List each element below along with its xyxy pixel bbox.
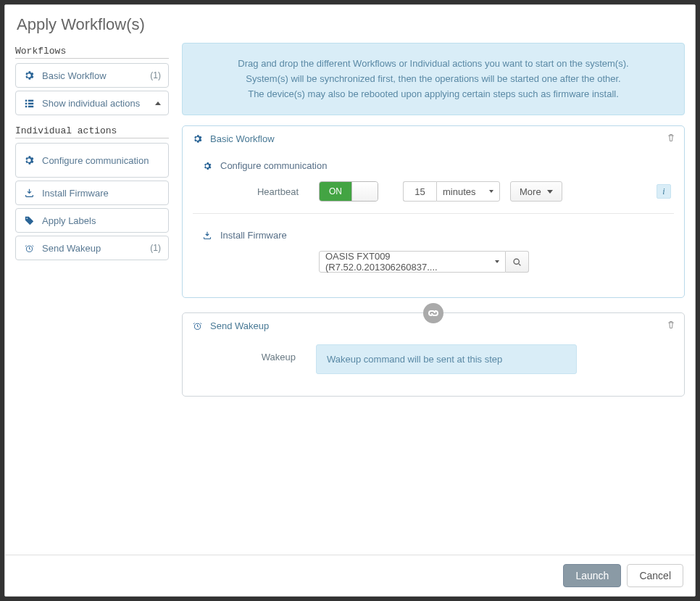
apply-workflows-dialog: Apply Workflow(s) Workflows Basic Workfl… <box>4 4 696 597</box>
card-title: Send Wakeup <box>210 320 269 331</box>
sidebar-item-label: Install Firmware <box>42 188 161 199</box>
wakeup-note: Wakeup command will be sent at this step <box>316 344 577 374</box>
main-panel: Drag and drop the different Workflows or… <box>175 43 689 555</box>
send-wakeup-card: Send Wakeup Wakeup Wakeup command will b… <box>182 312 685 397</box>
chevron-down-icon <box>495 260 499 263</box>
svg-rect-4 <box>25 105 26 107</box>
interval-group: minutes <box>403 181 500 202</box>
gear-icon <box>193 134 203 144</box>
workflows-list: Basic Workflow (1) Show individual actio… <box>15 63 169 115</box>
wakeup-row: Wakeup Wakeup command will be sent at th… <box>193 340 674 383</box>
sidebar: Workflows Basic Workflow (1) Show indivi… <box>5 43 175 555</box>
chevron-down-icon <box>489 190 493 193</box>
heartbeat-label: Heartbeat <box>196 186 319 197</box>
install-firmware-item[interactable]: Install Firmware <box>15 181 169 205</box>
list-icon <box>23 97 35 109</box>
basic-workflow-item[interactable]: Basic Workflow (1) <box>15 63 169 88</box>
card-body: Configure communication Heartbeat ON <box>183 149 684 297</box>
wakeup-label: Wakeup <box>193 344 316 362</box>
sidebar-item-count: (1) <box>150 243 161 253</box>
firmware-selected-label: OASIS FXT009 (R7.52.0.201306260837.... <box>325 251 495 273</box>
alarm-icon <box>23 242 35 254</box>
download-icon <box>203 231 213 241</box>
dialog-body: Workflows Basic Workflow (1) Show indivi… <box>5 43 695 555</box>
launch-button[interactable]: Launch <box>563 564 621 587</box>
send-wakeup-item[interactable]: Send Wakeup (1) <box>15 236 169 260</box>
gear-icon <box>23 154 35 166</box>
step-header: Install Firmware <box>196 230 671 241</box>
individual-actions-list: Configure communication Install Firmware… <box>15 143 169 260</box>
firmware-controls: OASIS FXT009 (R7.52.0.201306260837.... <box>319 251 671 273</box>
step-title: Install Firmware <box>220 230 287 241</box>
tag-icon <box>23 215 35 226</box>
interval-unit-select[interactable]: minutes <box>436 181 500 202</box>
sidebar-item-label: Apply Labels <box>42 215 161 226</box>
chevron-down-icon <box>547 190 553 194</box>
link-icon <box>423 303 443 323</box>
configure-communication-step: Configure communication Heartbeat ON <box>193 153 674 213</box>
sidebar-item-label: Show individual actions <box>42 98 155 109</box>
sidebar-item-count: (1) <box>150 70 161 80</box>
alarm-icon <box>193 321 203 331</box>
svg-point-7 <box>514 259 519 264</box>
chevron-up-icon <box>155 101 161 105</box>
step-title: Configure communication <box>220 160 327 171</box>
info-icon[interactable]: i <box>657 184 671 199</box>
cancel-button[interactable]: Cancel <box>627 564 683 587</box>
install-firmware-step: Install Firmware OASIS FXT009 (R7.52.0.2… <box>193 213 674 284</box>
svg-rect-5 <box>28 105 33 107</box>
firmware-select-group: OASIS FXT009 (R7.52.0.201306260837.... <box>319 251 529 273</box>
heartbeat-controls: ON minutes <box>319 181 671 202</box>
download-icon <box>23 187 35 199</box>
svg-rect-2 <box>25 102 26 104</box>
heartbeat-toggle[interactable]: ON <box>319 181 378 202</box>
heartbeat-row: Heartbeat ON minutes <box>196 181 671 202</box>
individual-section-label: Individual actions <box>15 125 169 138</box>
info-banner: Drag and drop the different Workflows or… <box>182 43 685 115</box>
sidebar-item-label: Basic Workflow <box>42 70 150 81</box>
dialog-footer: Launch Cancel <box>5 555 695 596</box>
banner-line: System(s) will be synchronized first, th… <box>197 72 670 87</box>
firmware-row: OASIS FXT009 (R7.52.0.201306260837.... <box>196 251 671 273</box>
more-label: More <box>520 186 541 197</box>
firmware-select[interactable]: OASIS FXT009 (R7.52.0.201306260837.... <box>319 251 506 273</box>
svg-rect-3 <box>28 102 33 104</box>
svg-rect-1 <box>28 99 33 101</box>
sidebar-item-label: Send Wakeup <box>42 243 150 254</box>
firmware-search-button[interactable] <box>506 251 529 273</box>
dialog-title: Apply Workflow(s) <box>5 5 695 43</box>
sidebar-item-label: Configure communication <box>42 155 161 166</box>
card-body: Wakeup Wakeup command will be sent at th… <box>183 336 684 396</box>
card-title: Basic Workflow <box>210 133 275 144</box>
basic-workflow-card: Basic Workflow Configure communication H… <box>182 125 685 298</box>
delete-wakeup-button[interactable] <box>667 320 677 331</box>
svg-rect-0 <box>25 99 26 101</box>
toggle-on-label: ON <box>320 182 351 201</box>
gear-icon <box>23 70 35 81</box>
interval-unit-label: minutes <box>443 186 476 197</box>
delete-workflow-button[interactable] <box>667 133 677 144</box>
apply-labels-item[interactable]: Apply Labels <box>15 208 169 233</box>
toggle-knob <box>351 182 378 201</box>
banner-line: The device(s) may also be rebooted upon … <box>197 87 670 102</box>
workflows-section-label: Workflows <box>15 46 169 59</box>
banner-line: Drag and drop the different Workflows or… <box>197 57 670 72</box>
show-individual-actions-toggle[interactable]: Show individual actions <box>15 91 169 115</box>
configure-communication-item[interactable]: Configure communication <box>15 143 169 178</box>
gear-icon <box>203 161 213 171</box>
step-header: Configure communication <box>196 160 671 171</box>
search-icon <box>512 257 522 267</box>
interval-value-input[interactable] <box>403 181 436 202</box>
card-header: Basic Workflow <box>183 126 684 149</box>
more-button[interactable]: More <box>510 181 562 202</box>
